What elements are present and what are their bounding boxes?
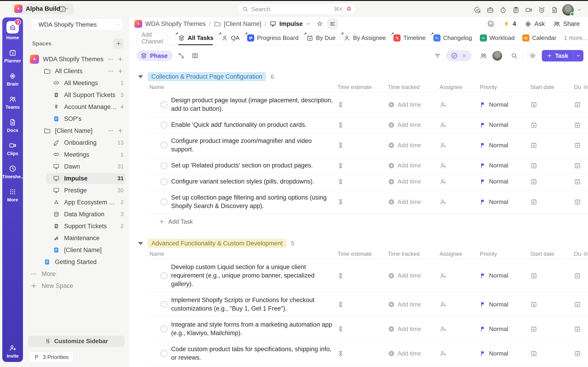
assignees-filter-button[interactable] <box>478 50 489 61</box>
assignee-add-icon[interactable] <box>440 178 447 185</box>
task-name[interactable]: Configure product image zoom/magnifier a… <box>171 137 335 154</box>
rail-item-more[interactable]: More <box>7 188 18 202</box>
rail-item-teams[interactable]: Teams <box>6 95 20 110</box>
ellipsis-icon[interactable] <box>107 68 114 74</box>
task-row[interactable]: Configure product image zoom/magnifier a… <box>147 133 588 158</box>
task-row[interactable]: Implement Shopify Scripts or Functions f… <box>147 292 588 317</box>
tab-by-assignee[interactable]: By Assignee <box>343 31 386 45</box>
priority-cell[interactable]: Normal <box>478 350 528 357</box>
column-time-tracked[interactable]: Time tracked <box>386 84 438 90</box>
add-time-button[interactable]: Add time <box>386 178 438 185</box>
sidebar-item-list[interactable]: App Ecosystem & I... 2 <box>23 196 129 208</box>
task-name[interactable]: Code custom product tabs for specificati… <box>171 345 335 362</box>
add-time-button[interactable]: Add time <box>386 162 438 169</box>
tab-calendar[interactable]: 31 Calendar <box>522 31 556 45</box>
plus-icon[interactable] <box>117 68 124 74</box>
priority-cell[interactable]: Normal <box>478 301 528 308</box>
priority-cell[interactable]: Normal <box>478 142 528 149</box>
priority-cell[interactable]: Normal <box>478 198 528 206</box>
time-estimate-icon[interactable] <box>337 142 344 148</box>
sidebar-item-list[interactable]: Support Tickets 2 <box>23 220 129 232</box>
user-avatar[interactable] <box>562 4 574 16</box>
tab-timeline[interactable]: Timeline <box>393 31 426 45</box>
priority-cell[interactable]: Normal <box>478 325 528 333</box>
add-time-button[interactable]: Add time <box>386 272 438 279</box>
sidebar-item-list-impulse-selected[interactable]: Impulse 31 <box>23 173 129 184</box>
column-due-date[interactable]: Du <box>572 250 588 257</box>
column-name[interactable]: Name <box>147 251 336 257</box>
assignee-add-icon[interactable] <box>440 272 447 279</box>
add-task-button[interactable]: Task <box>542 50 583 61</box>
video-icon[interactable] <box>524 5 534 15</box>
column-due-date[interactable]: Du <box>572 84 588 91</box>
close-icon[interactable] <box>461 53 467 58</box>
list-menu-button[interactable] <box>327 19 338 29</box>
avatar-chevron-icon[interactable] <box>577 7 582 13</box>
group-by-phase-button[interactable]: Phase <box>137 50 173 61</box>
tab-all-tasks[interactable]: All Tasks <box>178 31 213 45</box>
due-date-icon[interactable] <box>574 272 581 279</box>
priority-cell[interactable]: Normal <box>478 272 528 279</box>
priority-cell[interactable]: Normal <box>478 162 528 169</box>
task-row[interactable]: Set up 'Related products' section on pro… <box>147 158 588 174</box>
rail-item-home[interactable]: 3 Home <box>6 21 19 40</box>
time-estimate-icon[interactable] <box>337 273 344 279</box>
clear-search-icon[interactable] <box>118 21 120 28</box>
start-date-icon[interactable] <box>530 325 537 332</box>
screen-timer-icon[interactable] <box>498 5 508 15</box>
sidebar-search-input[interactable] <box>39 21 115 28</box>
tab-workload[interactable]: Workload <box>480 31 515 45</box>
column-start-date[interactable]: Start date <box>528 251 572 257</box>
ai-flower-icon[interactable] <box>346 6 352 13</box>
add-time-button[interactable]: Add time <box>386 142 438 149</box>
breadcrumb-space[interactable]: WDA Shopify Themes <box>134 20 206 28</box>
start-date-icon[interactable] <box>530 272 537 279</box>
task-name[interactable]: Enable 'Quick add' functionality on prod… <box>171 121 335 129</box>
column-start-date[interactable]: Start date <box>528 84 572 90</box>
task-row[interactable]: Integrate and style forms from a marketi… <box>147 317 588 341</box>
add-time-button[interactable]: Add time <box>386 301 438 308</box>
plus-icon[interactable] <box>117 127 124 134</box>
plus-icon[interactable] <box>117 56 124 62</box>
column-priority[interactable]: Priority <box>478 251 528 257</box>
task-button-chevron[interactable] <box>573 50 583 61</box>
sidebar-item-list[interactable]: Maintenance <box>23 232 129 244</box>
time-estimate-icon[interactable] <box>337 199 344 205</box>
assignee-add-icon[interactable] <box>440 301 447 308</box>
task-row[interactable]: Set up collection page filtering and sor… <box>147 190 588 214</box>
column-priority[interactable]: Priority <box>478 84 528 90</box>
add-task-check-icon[interactable] <box>472 5 482 15</box>
add-time-button[interactable]: Add time <box>386 350 438 357</box>
global-search[interactable]: ⌘K <box>238 4 356 15</box>
due-date-icon[interactable] <box>574 325 581 332</box>
sidebar-item-space[interactable]: WDA Shopify Themes <box>23 53 129 65</box>
add-space-button[interactable] <box>113 39 124 49</box>
topbar-calendar-button[interactable] <box>59 5 66 13</box>
sidebar-item-folder[interactable]: All Clients <box>23 65 129 77</box>
task-row[interactable]: Develop custom Liquid section for a uniq… <box>147 259 588 292</box>
add-time-button[interactable]: Add time <box>386 101 438 108</box>
sidebar-item-list[interactable]: Meetings 1 <box>23 149 129 161</box>
task-row[interactable]: Configure variant selection styles (pill… <box>147 174 588 190</box>
task-name[interactable]: Set up 'Related products' section on pro… <box>171 161 335 170</box>
sidebar-item-list[interactable]: Data Migration 3 <box>23 208 129 220</box>
sidebar-item-doc[interactable]: Getting Started <box>23 256 129 268</box>
sidebar-item-new-space[interactable]: New Space <box>23 280 129 292</box>
assignee-add-icon[interactable] <box>440 350 447 357</box>
column-time-estimate[interactable]: Time estimate <box>336 251 386 257</box>
closed-filter-pill[interactable] <box>447 50 471 61</box>
task-status-icon[interactable] <box>161 350 167 357</box>
reminder-clock-icon[interactable] <box>536 5 547 15</box>
tab-qa[interactable]: QA <box>221 31 240 45</box>
time-estimate-icon[interactable] <box>337 162 344 169</box>
clipboard-icon[interactable] <box>511 5 521 15</box>
start-date-icon[interactable] <box>530 122 537 128</box>
task-name[interactable]: Design product page layout (image placem… <box>171 96 335 113</box>
time-estimate-icon[interactable] <box>337 122 344 128</box>
rail-item-timesheets[interactable]: Timeshe.. <box>2 165 23 179</box>
task-row[interactable]: Code custom product tabs for specificati… <box>147 341 588 366</box>
sidebar-item-list[interactable]: All Meetings 1 <box>23 77 129 89</box>
assignee-add-icon[interactable] <box>440 198 447 205</box>
subtasks-button[interactable] <box>176 50 187 61</box>
search-tasks-button[interactable] <box>509 50 519 61</box>
